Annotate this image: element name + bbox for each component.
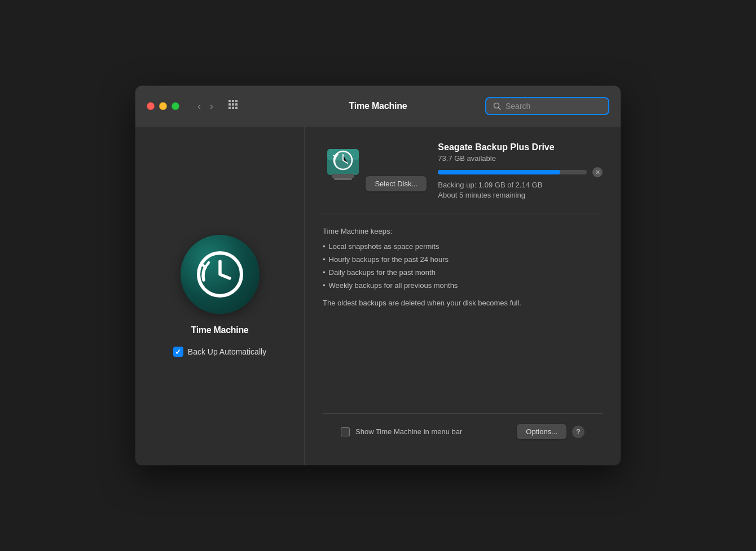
options-button[interactable]: Options... <box>517 424 566 439</box>
back-button[interactable]: ‹ <box>194 99 204 113</box>
bullet-icon: • <box>323 268 326 277</box>
maximize-button[interactable] <box>172 102 179 110</box>
left-panel: Time Machine ✓ Back Up Automatically <box>135 126 305 465</box>
keeps-item-3: • Daily backups for the past month <box>323 268 603 277</box>
bullet-icon: • <box>323 242 326 251</box>
drive-icon-area: Select Disk... <box>323 142 427 191</box>
progress-row: ✕ <box>438 167 603 177</box>
progress-bar-fill <box>438 170 560 174</box>
titlebar: ‹ › Time Machine <box>135 86 621 126</box>
drive-info: Seagate Backup Plus Drive 73.7 GB availa… <box>438 142 603 199</box>
bullet-icon: • <box>323 281 326 290</box>
progress-cancel-button[interactable]: ✕ <box>592 167 603 177</box>
backup-auto-checkbox[interactable]: ✓ <box>173 347 183 357</box>
drive-available: 73.7 GB available <box>438 154 603 163</box>
drive-icon <box>323 142 363 186</box>
svg-rect-15 <box>332 174 354 178</box>
keeps-title: Time Machine keeps: <box>323 227 603 235</box>
info-section: Time Machine keeps: • Local snapshots as… <box>323 227 603 413</box>
keeps-item-4: • Weekly backups for all previous months <box>323 281 603 290</box>
svg-rect-16 <box>334 178 352 180</box>
keeps-item-2: • Hourly backups for the past 24 hours <box>323 255 603 264</box>
right-panel: Select Disk... Seagate Backup Plus Drive… <box>305 126 621 465</box>
traffic-lights <box>147 102 179 110</box>
search-box[interactable] <box>485 97 609 115</box>
progress-bar-background <box>438 170 587 174</box>
nav-buttons: ‹ › <box>194 99 217 113</box>
svg-rect-4 <box>232 103 234 106</box>
backing-up-text: Backing up: 1.09 GB of 2.14 GB <box>438 181 603 189</box>
drive-name: Seagate Backup Plus Drive <box>438 142 603 152</box>
help-button[interactable]: ? <box>572 426 584 438</box>
keeps-item-1: • Local snapshots as space permits <box>323 242 603 251</box>
oldest-note: The oldest backups are deleted when your… <box>323 299 603 307</box>
bottom-bar: Show Time Machine in menu bar Options...… <box>323 413 603 449</box>
time-machine-icon <box>181 235 260 314</box>
svg-rect-6 <box>228 107 231 109</box>
content-area: Time Machine ✓ Back Up Automatically <box>135 126 621 465</box>
time-machine-label: Time Machine <box>191 325 249 335</box>
minimize-button[interactable] <box>159 102 167 110</box>
backup-auto-label: Back Up Automatically <box>188 347 266 356</box>
svg-line-10 <box>499 107 501 110</box>
backup-auto-row: ✓ Back Up Automatically <box>173 347 266 357</box>
clock-icon <box>195 249 245 300</box>
menubar-checkbox[interactable] <box>341 427 350 436</box>
search-input[interactable] <box>506 102 601 111</box>
drive-row: Select Disk... Seagate Backup Plus Drive… <box>323 142 603 199</box>
drive-section: Select Disk... Seagate Backup Plus Drive… <box>323 142 603 213</box>
grid-button[interactable] <box>223 97 243 115</box>
grid-icon <box>228 99 238 110</box>
close-button[interactable] <box>147 102 155 110</box>
select-disk-button[interactable]: Select Disk... <box>366 176 427 191</box>
svg-rect-3 <box>228 103 231 106</box>
svg-rect-5 <box>235 103 238 106</box>
svg-rect-1 <box>232 100 234 102</box>
svg-rect-2 <box>235 100 238 102</box>
remaining-text: About 5 minutes remaining <box>438 191 603 199</box>
window-title: Time Machine <box>349 101 407 111</box>
main-window: ‹ › Time Machine <box>135 86 621 465</box>
svg-rect-0 <box>228 100 231 102</box>
svg-rect-8 <box>235 107 238 109</box>
bullet-icon: • <box>323 255 326 264</box>
forward-button[interactable]: › <box>206 99 217 113</box>
menubar-label: Show Time Machine in menu bar <box>355 427 511 436</box>
checkmark-icon: ✓ <box>175 348 181 356</box>
svg-rect-7 <box>232 107 234 109</box>
search-icon <box>493 102 501 110</box>
